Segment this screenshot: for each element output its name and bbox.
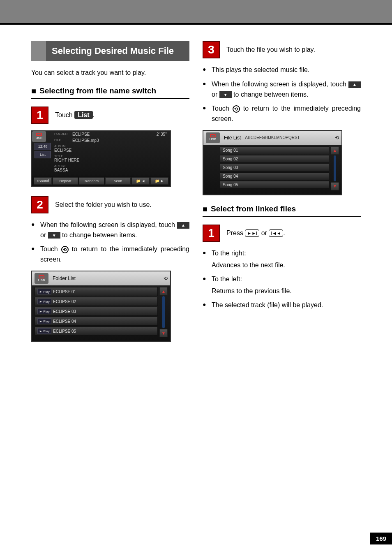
file-row[interactable]: Song 05: [220, 181, 329, 189]
scrollbar[interactable]: ▲ ▼: [159, 287, 168, 337]
step-3-badge: 3: [203, 41, 220, 58]
sub-heading-1: ■ Selecting from file name switch: [31, 86, 189, 96]
section-title-text: Selecting Desired Music File: [46, 41, 189, 61]
return-icon: ⟲: [233, 105, 240, 113]
folder-row[interactable]: ► PlayECLIPSE 05: [35, 327, 158, 336]
section-title: Selecting Desired Music File: [31, 41, 189, 61]
sound-button[interactable]: ♪Sound: [34, 177, 52, 185]
now-playing-screenshot: USB 12:48 List FOLDERECLIPSE2' 35'' FILE…: [31, 130, 171, 187]
scroll-down-icon[interactable]: ▼: [331, 182, 339, 190]
square-bullet-icon: ■: [203, 204, 208, 214]
return-icon: ⟲: [61, 246, 69, 253]
sub2-step-1-badge: 1: [203, 225, 220, 242]
page-header-bar: [0, 0, 392, 25]
divider: [31, 98, 189, 99]
left-bullet-1: When the following screen is displayed, …: [31, 220, 189, 241]
left-bullet-2: Touch ⟲ to return to the immediately pre…: [31, 244, 189, 265]
scroll-down-icon[interactable]: ▼: [159, 329, 168, 337]
folder-row[interactable]: ► PlayECLIPSE 03: [35, 307, 158, 316]
folder-list-screenshot: USB Folder List ⟲ ► PlayECLIPSE 01 ► Pla…: [31, 271, 171, 342]
right-bullet-2: When the following screen is displayed, …: [203, 79, 361, 100]
back-icon[interactable]: ⟲: [164, 276, 168, 281]
scrollbar[interactable]: ▲ ▼: [331, 146, 339, 190]
intro-text: You can select a track you want to play.: [31, 68, 189, 77]
step-3: 3 Touch the file you wish to play.: [203, 41, 361, 58]
play-button[interactable]: ► Play: [37, 308, 51, 314]
usb-icon: USB: [206, 132, 220, 143]
file-list-sub: ABCDEFGHIJKLMNOPQRST: [245, 135, 300, 140]
list-key-label: List: [74, 111, 92, 119]
play-button[interactable]: ► Play: [37, 318, 51, 324]
folder-row[interactable]: ► PlayECLIPSE 02: [35, 297, 158, 306]
sub2-bullets: To the right: Advances to the next file.…: [203, 248, 361, 310]
scroll-up-icon[interactable]: ▲: [159, 287, 168, 295]
step-1-pre: Touch: [55, 111, 74, 118]
step-2: 2 Select the folder you wish to use.: [31, 196, 189, 213]
sub2-step-1-text: Press ►►I or I◄◄.: [226, 229, 361, 237]
step-1: 1 Touch List.: [31, 107, 189, 124]
play-button[interactable]: ► Play: [37, 289, 51, 294]
folder-prev-button[interactable]: 📁 ◄: [131, 177, 150, 185]
clock-indicator: 12:48: [35, 143, 51, 150]
file-row[interactable]: Song 02: [220, 155, 329, 163]
sub2-bullet-1: To the right: Advances to the next file.: [203, 248, 361, 270]
sub2-bullet-3: The selected track (file) will be played…: [203, 300, 361, 310]
usb-icon: USB: [32, 131, 46, 142]
divider: [203, 216, 361, 217]
prev-track-key-icon: I◄◄: [269, 229, 283, 237]
step-3-text: Touch the file you wish to play.: [226, 46, 361, 53]
down-arrow-icon: ▼: [219, 91, 232, 98]
usb-icon: USB: [35, 273, 48, 284]
step-1-text: Touch List.: [55, 111, 189, 119]
bottom-button-row: ♪Sound Repeat Random Scan 📁 ◄ 📁 ►: [32, 176, 170, 186]
down-arrow-icon: ▼: [48, 232, 60, 239]
file-row[interactable]: Song 04: [220, 172, 329, 180]
scan-button[interactable]: Scan: [105, 177, 131, 185]
folder-list-title: Folder List: [53, 276, 76, 281]
random-button[interactable]: Random: [79, 177, 104, 185]
left-bullets: When the following screen is displayed, …: [31, 220, 189, 265]
sub-heading-2-text: Select from linked files: [211, 204, 296, 213]
next-track-key-icon: ►►I: [245, 229, 259, 237]
right-bullet-1: This plays the selected music file.: [203, 65, 361, 75]
folder-row[interactable]: ► PlayECLIPSE 04: [35, 317, 158, 326]
file-row[interactable]: Song 03: [220, 164, 329, 171]
right-bullets: This plays the selected music file. When…: [203, 65, 361, 124]
list-button[interactable]: List: [35, 151, 51, 158]
sub-heading-2: ■ Select from linked files: [203, 204, 361, 214]
step-2-text: Select the folder you wish to use.: [55, 201, 189, 208]
right-bullet-3: Touch ⟲ to return to the immediately pre…: [203, 104, 361, 124]
back-icon[interactable]: ⟲: [335, 135, 339, 141]
square-bullet-icon: ■: [31, 86, 36, 96]
file-list-title: File List: [224, 135, 241, 141]
left-column: Selecting Desired Music File You can sel…: [31, 41, 189, 351]
right-column: 3 Touch the file you wish to play. This …: [203, 41, 361, 351]
sub2-bullet-2: To the left: Returns to the previous fil…: [203, 274, 361, 296]
step-2-badge: 2: [31, 196, 48, 213]
step-1-post: .: [93, 111, 95, 118]
play-button[interactable]: ► Play: [37, 328, 51, 334]
file-list-screenshot: USB File List ABCDEFGHIJKLMNOPQRST ⟲ Son…: [203, 130, 342, 195]
sub2-bullet-1-body: Advances to the next file.: [212, 260, 361, 270]
folder-next-button[interactable]: 📁 ►: [150, 177, 168, 185]
sub-heading-1-text: Selecting from file name switch: [39, 86, 156, 95]
step-1-badge: 1: [31, 107, 48, 124]
up-arrow-icon: ▲: [177, 222, 189, 229]
repeat-button[interactable]: Repeat: [53, 177, 78, 185]
sub2-step-1: 1 Press ►►I or I◄◄.: [203, 225, 361, 242]
play-button[interactable]: ► Play: [37, 299, 51, 304]
scroll-up-icon[interactable]: ▲: [331, 146, 339, 155]
up-arrow-icon: ▲: [348, 81, 361, 88]
file-row[interactable]: Song 01: [220, 146, 329, 154]
folder-row[interactable]: ► PlayECLIPSE 01: [35, 287, 158, 296]
sub2-bullet-2-body: Returns to the previous file.: [212, 286, 361, 296]
